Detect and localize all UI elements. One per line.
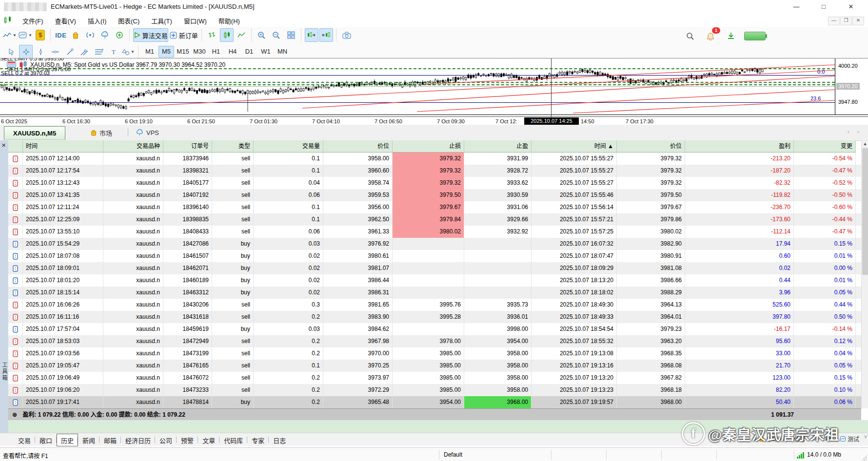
tab-scroll-right-icon[interactable]: ›: [857, 129, 859, 134]
notifications-bell-icon[interactable]: 1: [704, 29, 717, 43]
fibonacci-tool-icon[interactable]: [92, 45, 106, 58]
window-close-button[interactable]: ✕: [843, 2, 859, 12]
vps-cloud-icon[interactable]: [98, 28, 112, 42]
window-minimize-button[interactable]: —: [788, 2, 805, 12]
history-row[interactable]: 2025.10.07 19:06:20xauusd.n18473233sell0…: [8, 384, 861, 396]
history-row[interactable]: 2025.10.07 12:17:54xauusd.n18398321sell0…: [8, 165, 861, 177]
column-header-profit[interactable]: 盈利: [685, 140, 794, 153]
corner-icon-tester[interactable]: 测试: [840, 435, 859, 443]
bar-chart-mode-icon[interactable]: [205, 28, 219, 42]
menu-item[interactable]: 窗口(W): [178, 14, 213, 28]
channel-tool-icon[interactable]: [78, 45, 91, 58]
column-header-tp[interactable]: 止盈: [464, 140, 532, 153]
chart-tab-vps[interactable]: VPS: [136, 126, 159, 139]
toolbox-chevron-icon[interactable]: ˅: [864, 434, 867, 440]
timeframe-m1[interactable]: M1: [142, 46, 158, 58]
history-row[interactable]: 2025.10.07 13:12:43xauusd.n18405177sell0…: [8, 177, 861, 189]
toolbox-tab-新闻[interactable]: 新闻: [78, 434, 99, 446]
cursor-tool-icon[interactable]: [4, 45, 18, 58]
history-row[interactable]: 2025.10.07 13:55:10xauusd.n18408433sell0…: [8, 226, 861, 238]
history-row[interactable]: 2025.10.07 18:09:01xauusd.n18462071buy0.…: [8, 262, 861, 274]
history-row[interactable]: 2025.10.07 12:11:24xauusd.n18396140sell0…: [8, 201, 861, 213]
algo-trading-button[interactable]: 算法交易: [133, 28, 168, 42]
expand-summary-icon[interactable]: ⊕: [12, 411, 17, 418]
vertical-line-tool-icon[interactable]: [34, 45, 47, 58]
toolbox-tab-敞口[interactable]: 敞口: [35, 434, 57, 446]
download-icon[interactable]: [724, 29, 738, 43]
table-scrollbar[interactable]: ▲: [861, 140, 868, 408]
menu-item[interactable]: 图表(C): [112, 14, 145, 28]
line-mode-icon[interactable]: [235, 28, 248, 42]
timeframe-h1[interactable]: H1: [208, 46, 224, 58]
zoom-in-icon[interactable]: [255, 28, 269, 42]
toolbox-tab-日志[interactable]: 日志: [269, 434, 290, 446]
chart-tab-xauusd[interactable]: XAUUSD.n,M5: [4, 126, 65, 140]
toolbox-tab-预警[interactable]: 预警: [177, 434, 198, 446]
auto-scroll-icon[interactable]: [305, 28, 318, 42]
toolbox-tab-代码库[interactable]: 代码库: [219, 434, 247, 446]
horizontal-line-tool-icon[interactable]: [48, 45, 62, 58]
corner-icon-signals[interactable]: 信号: [785, 435, 806, 443]
text-tool-icon[interactable]: T: [107, 45, 120, 58]
timeframe-mn[interactable]: MN: [275, 46, 290, 58]
toolbox-tab-交易[interactable]: 交易: [14, 434, 35, 446]
history-row[interactable]: 2025.10.07 18:15:14xauusd.n18463312buy0.…: [8, 287, 861, 299]
corner-icon-market[interactable]: 市场: [759, 435, 778, 443]
toolbox-close-icon[interactable]: ✕: [1, 142, 6, 149]
history-row[interactable]: 2025.10.07 15:54:29xauusd.n18427086buy0.…: [8, 238, 861, 250]
shapes-tool-icon[interactable]: ▼: [121, 45, 135, 58]
history-row[interactable]: 2025.10.07 12:14:00xauusd.n18373946sell0…: [8, 153, 861, 165]
trendline-tool-icon[interactable]: [63, 45, 77, 58]
search-icon[interactable]: [683, 29, 697, 43]
history-row[interactable]: 2025.10.07 12:25:09xauusd.n18398835sell0…: [8, 213, 861, 226]
chart-plot-area[interactable]: XAUUSD.n, M5: Spot Gold vs US Dollar 396…: [0, 58, 835, 115]
menu-item[interactable]: 工具(T): [145, 14, 178, 28]
crosshair-tool-icon[interactable]: [19, 45, 33, 58]
chart-panel[interactable]: XAUUSD.n, M5: Spot Gold vs US Dollar 396…: [0, 58, 868, 125]
menu-item[interactable]: 帮助(H): [213, 14, 246, 28]
mdi-close-button[interactable]: ✕: [852, 17, 864, 25]
new-order-button[interactable]: 新订单: [169, 28, 198, 42]
window-maximize-button[interactable]: □: [815, 2, 832, 12]
timeframe-h4[interactable]: H4: [225, 46, 240, 58]
history-row[interactable]: 2025.10.07 18:01:20xauusd.n18460189buy0.…: [8, 274, 861, 287]
history-row[interactable]: 2025.10.07 17:57:04xauusd.n18459619buy0.…: [8, 323, 861, 335]
zoom-out-icon[interactable]: [270, 28, 283, 42]
tab-scroll-left-icon[interactable]: ‹: [848, 129, 849, 134]
column-header-type[interactable]: 类型: [212, 140, 254, 153]
toolbox-tab-邮箱[interactable]: 邮箱: [99, 434, 121, 446]
chart-shift-icon[interactable]: [319, 28, 333, 42]
column-header-change[interactable]: 变更: [794, 140, 856, 153]
time-axis[interactable]: 6 Oct 20256 Oct 16:306 Oct 19:106 Oct 21…: [0, 116, 868, 125]
menu-item[interactable]: 查看(V): [49, 14, 82, 28]
timeframe-m5[interactable]: M5: [158, 46, 174, 58]
menu-item[interactable]: 插入(I): [82, 14, 112, 28]
toolbox-tab-公司[interactable]: 公司: [155, 434, 177, 446]
column-header-order[interactable]: 订单号: [163, 140, 212, 153]
column-header-sl[interactable]: 止损: [393, 140, 464, 153]
chart-tab-market[interactable]: 市场: [90, 126, 112, 139]
chart-type-button[interactable]: ▼: [2, 28, 17, 42]
mdi-restore-button[interactable]: ❐: [840, 17, 852, 25]
history-table-header[interactable]: 时间交易品种订单号类型交易量价位止损止盈时间 ▲价位盈利变更: [8, 140, 861, 153]
resize-grip[interactable]: [861, 455, 867, 461]
timeframe-m15[interactable]: M15: [175, 46, 191, 58]
toolbox-tab-历史[interactable]: 历史: [57, 434, 78, 446]
mdi-minimize-button[interactable]: —: [828, 17, 840, 25]
status-profile[interactable]: Default: [444, 451, 462, 458]
menu-item[interactable]: 文件(F): [17, 14, 49, 28]
timeframe-d1[interactable]: D1: [241, 46, 257, 58]
scroll-up-icon[interactable]: ▲: [862, 140, 868, 148]
screenshot-camera-icon[interactable]: [340, 28, 354, 42]
deposit-button[interactable]: $: [34, 28, 47, 42]
history-row[interactable]: 2025.10.07 16:06:26xauusd.n18430206sell0…: [8, 299, 861, 311]
candles-mode-icon[interactable]: [220, 28, 234, 42]
history-row[interactable]: 2025.10.07 18:07:08xauusd.n18461507buy0.…: [8, 250, 861, 262]
history-row[interactable]: 2025.10.07 19:05:47xauusd.n18476165sell0…: [8, 360, 861, 372]
column-header-open_price[interactable]: 价位: [323, 140, 393, 153]
ide-button[interactable]: IDE: [54, 28, 68, 42]
column-header-close_price[interactable]: 价位: [617, 140, 685, 153]
history-row[interactable]: 2025.10.07 13:41:35xauusd.n18407192sell0…: [8, 189, 861, 201]
tile-windows-icon[interactable]: [284, 28, 298, 42]
column-header-close_time[interactable]: 时间 ▲: [532, 140, 617, 153]
